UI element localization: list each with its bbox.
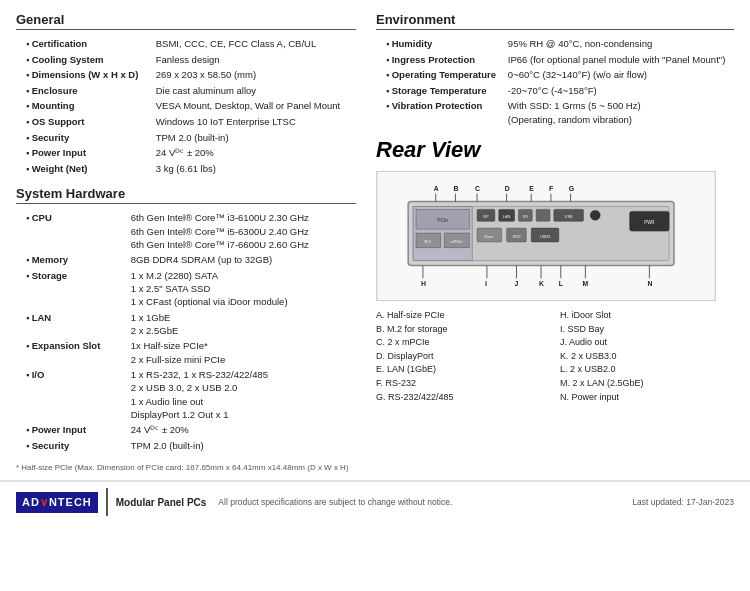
rear-view-title: Rear View <box>376 137 734 163</box>
list-item: D. DisplayPort <box>376 350 550 363</box>
table-row: CertificationBSMI, CCC, CE, FCC Class A,… <box>16 36 356 52</box>
svg-text:L: L <box>559 280 563 287</box>
spec-value: Windows 10 IoT Enterprise LTSC <box>154 114 356 130</box>
spec-label: Weight (Net) <box>16 161 154 177</box>
spec-label: Security <box>16 438 129 454</box>
left-column: General CertificationBSMI, CCC, CE, FCC … <box>16 12 356 472</box>
spec-value: -20~70°C (-4~158°F) <box>506 83 734 99</box>
spec-value: With SSD: 1 Grms (5 ~ 500 Hz) (Operating… <box>506 98 734 127</box>
spec-label: Storage Temperature <box>376 83 506 99</box>
table-row: Humidity95% RH @ 40°C, non-condensing <box>376 36 734 52</box>
environment-section: Environment Humidity95% RH @ 40°C, non-c… <box>376 12 734 127</box>
general-table: CertificationBSMI, CCC, CE, FCC Class A,… <box>16 36 356 176</box>
spec-label: Humidity <box>376 36 506 52</box>
svg-text:PCIe: PCIe <box>437 218 448 223</box>
svg-text:USB: USB <box>565 214 573 219</box>
note-text: * Half-size PCIe (Max. Dimension of PCIe… <box>16 463 356 472</box>
right-column: Environment Humidity95% RH @ 40°C, non-c… <box>376 12 734 472</box>
spec-label: Power Input <box>16 422 129 438</box>
svg-text:F: F <box>549 185 553 192</box>
list-item: E. LAN (1GbE) <box>376 363 550 376</box>
system-hardware-section: System Hardware CPU6th Gen Intel® Core™ … <box>16 186 356 453</box>
spec-value: 8GB DDR4 SDRAM (up to 32GB) <box>129 252 356 268</box>
svg-text:H: H <box>421 280 426 287</box>
spec-value: 1 x 1GbE 2 x 2.5GbE <box>129 310 356 339</box>
svg-text:USB3: USB3 <box>540 234 551 239</box>
legend-right-col: H. iDoor SlotI. SSD BayJ. Audio outK. 2 … <box>560 309 734 403</box>
footer: AD∨NTECH Modular Panel PCs All product s… <box>0 480 750 522</box>
spec-value: VESA Mount, Desktop, Wall or Panel Mount <box>154 98 356 114</box>
spec-label: I/O <box>16 367 129 422</box>
brand-divider <box>106 488 108 516</box>
table-row: Cooling SystemFanless design <box>16 52 356 68</box>
spec-value: BSMI, CCC, CE, FCC Class A, CB/UL <box>154 36 356 52</box>
table-row: Ingress ProtectionIP66 (for optional pan… <box>376 52 734 68</box>
spec-value: 95% RH @ 40°C, non-condensing <box>506 36 734 52</box>
spec-value: 1x Half-size PCIe* 2 x Full-size mini PC… <box>129 338 356 367</box>
spec-label: Memory <box>16 252 129 268</box>
table-row: Storage Temperature-20~70°C (-4~158°F) <box>376 83 734 99</box>
spec-label: OS Support <box>16 114 154 130</box>
svg-text:M.2: M.2 <box>425 239 432 244</box>
spec-label: Mounting <box>16 98 154 114</box>
spec-label: LAN <box>16 310 129 339</box>
table-row: Storage1 x M.2 (2280) SATA 1 x 2.5" SATA… <box>16 268 356 310</box>
list-item: G. RS-232/422/485 <box>376 391 550 404</box>
svg-text:SSD: SSD <box>512 234 520 239</box>
footer-note: All product specifications are subject t… <box>218 497 620 507</box>
table-row: OS SupportWindows 10 IoT Enterprise LTSC <box>16 114 356 130</box>
spec-label: Expansion Slot <box>16 338 129 367</box>
table-row: I/O1 x RS-232, 1 x RS-232/422/485 2 x US… <box>16 367 356 422</box>
spec-value: TPM 2.0 (built-in) <box>129 438 356 454</box>
spec-label: Enclosure <box>16 83 154 99</box>
main-content: General CertificationBSMI, CCC, CE, FCC … <box>0 0 750 480</box>
svg-text:LAN: LAN <box>503 214 511 219</box>
list-item: C. 2 x mPCIe <box>376 336 550 349</box>
svg-text:E: E <box>529 185 534 192</box>
rear-view-legend: A. Half-size PCIeB. M.2 for storageC. 2 … <box>376 309 734 403</box>
spec-label: Vibration Protection <box>376 98 506 127</box>
svg-text:G: G <box>569 185 574 192</box>
table-row: Operating Temperature0~60°C (32~140°F) (… <box>376 67 734 83</box>
general-section: General CertificationBSMI, CCC, CE, FCC … <box>16 12 356 176</box>
system-hardware-table: CPU6th Gen Intel® Core™ i3-6100U 2.30 GH… <box>16 210 356 453</box>
legend-left-col: A. Half-size PCIeB. M.2 for storageC. 2 … <box>376 309 550 403</box>
footer-date: Last updated: 17-Jan-2023 <box>632 497 734 507</box>
brand-product-line: Modular Panel PCs <box>116 497 207 508</box>
list-item: N. Power input <box>560 391 734 404</box>
table-row: LAN1 x 1GbE 2 x 2.5GbE <box>16 310 356 339</box>
svg-text:N: N <box>647 280 652 287</box>
svg-text:K: K <box>539 280 544 287</box>
table-row: Power Input24 Vᴰᶜ ± 20% <box>16 422 356 438</box>
spec-value: Die cast aluminum alloy <box>154 83 356 99</box>
list-item: F. RS-232 <box>376 377 550 390</box>
svg-text:mPCIe: mPCIe <box>450 239 462 244</box>
svg-rect-16 <box>536 209 550 221</box>
table-row: Power Input24 Vᴰᶜ ± 20% <box>16 145 356 161</box>
spec-value: 3 kg (6.61 lbs) <box>154 161 356 177</box>
table-row: Expansion Slot1x Half-size PCIe* 2 x Ful… <box>16 338 356 367</box>
spec-value: 1 x M.2 (2280) SATA 1 x 2.5" SATA SSD 1 … <box>129 268 356 310</box>
list-item: I. SSD Bay <box>560 323 734 336</box>
spec-value: 6th Gen Intel® Core™ i3-6100U 2.30 GHz 6… <box>129 210 356 252</box>
table-row: Weight (Net)3 kg (6.61 lbs) <box>16 161 356 177</box>
environment-title: Environment <box>376 12 734 30</box>
table-row: Vibration ProtectionWith SSD: 1 Grms (5 … <box>376 98 734 127</box>
svg-text:A: A <box>434 185 439 192</box>
list-item: H. iDoor Slot <box>560 309 734 322</box>
spec-value: 24 Vᴰᶜ ± 20% <box>129 422 356 438</box>
svg-text:B: B <box>453 185 458 192</box>
rear-view-diagram: PCIe M.2 mPCIe DP LAN RS <box>376 171 716 301</box>
list-item: J. Audio out <box>560 336 734 349</box>
svg-text:D: D <box>505 185 510 192</box>
svg-point-19 <box>590 210 600 220</box>
list-item: A. Half-size PCIe <box>376 309 550 322</box>
table-row: MountingVESA Mount, Desktop, Wall or Pan… <box>16 98 356 114</box>
table-row: SecurityTPM 2.0 (built-in) <box>16 130 356 146</box>
spec-label: Certification <box>16 36 154 52</box>
spec-label: Operating Temperature <box>376 67 506 83</box>
spec-value: IP66 (for optional panel module with "Pa… <box>506 52 734 68</box>
table-row: Dimensions (W x H x D)269 x 203 x 58.50 … <box>16 67 356 83</box>
spec-value: TPM 2.0 (built-in) <box>154 130 356 146</box>
table-row: CPU6th Gen Intel® Core™ i3-6100U 2.30 GH… <box>16 210 356 252</box>
